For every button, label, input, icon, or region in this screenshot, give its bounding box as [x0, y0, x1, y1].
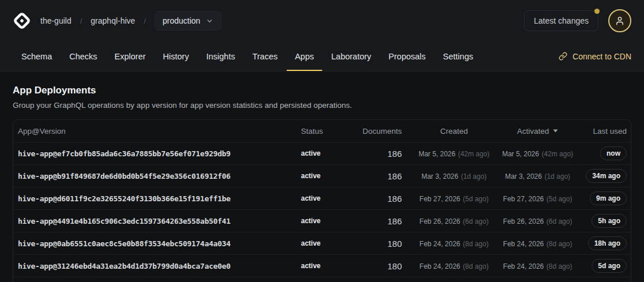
tab-label: Checks — [69, 52, 97, 61]
activated-date: Feb 24, 2026 — [503, 240, 544, 248]
activated-date: Mar 5, 2026 — [502, 150, 539, 158]
documents-cell: 186 — [360, 171, 406, 181]
tab-traces[interactable]: Traces — [244, 42, 286, 71]
target-selector-value: production — [163, 16, 200, 25]
created-cell: Feb 26, 2026 (6d ago) — [406, 216, 502, 226]
activated-relative: (8d ago) — [547, 262, 573, 270]
tab-label: Schema — [21, 52, 52, 61]
table-row[interactable]: hive-app@b91f849687de6d0bd0b54f5e29e356c… — [13, 164, 631, 187]
created-date: Feb 27, 2026 — [420, 195, 461, 203]
status-cell: active — [301, 149, 360, 157]
breadcrumb-separator: / — [80, 17, 82, 25]
activated-relative: (6d ago) — [547, 217, 573, 225]
tab-proposals[interactable]: Proposals — [381, 42, 434, 71]
user-avatar[interactable] — [608, 9, 631, 32]
main-content: App Deployments Group your GraphQL opera… — [0, 72, 644, 282]
user-icon — [615, 16, 625, 26]
column-header-status: Status — [301, 127, 360, 136]
table-row[interactable]: hive-app@31246ebd4a31ea2b4d1d37b799d0a4b… — [13, 254, 631, 277]
app-version-cell: hive-app@0ab6551c0aec8c5e0b88f3534ebc509… — [13, 239, 301, 248]
app-version-cell: hive-app@ef7cb0fb85ada6c36a7885bb7e56ef0… — [13, 149, 301, 158]
created-cell: Mar 5, 2026 (42m ago) — [406, 148, 502, 159]
created-date: Mar 5, 2026 — [419, 150, 455, 158]
breadcrumb: the-guild / graphql-hive / production — [40, 11, 221, 31]
tab-label: Traces — [253, 52, 278, 61]
last-used-badge: 18h ago — [588, 236, 627, 250]
hive-logo-icon[interactable] — [13, 12, 31, 30]
created-date: Mar 3, 2026 — [421, 172, 458, 181]
header-actions: Latest changes — [524, 9, 631, 32]
activated-relative: (42m ago) — [541, 150, 573, 158]
activated-date: Mar 3, 2026 — [505, 172, 542, 181]
table-row[interactable] — [13, 277, 631, 282]
tab-label: Explorer — [115, 52, 146, 61]
tab-label: Laboratory — [332, 52, 371, 61]
documents-cell: 180 — [360, 261, 406, 271]
tab-checks[interactable]: Checks — [61, 42, 105, 71]
activated-cell: Feb 26, 2026 (6d ago) — [502, 216, 574, 226]
tab-label: Settings — [443, 52, 473, 61]
tab-label: Proposals — [389, 52, 425, 61]
created-cell: Feb 27, 2026 (5d ago) — [406, 193, 502, 204]
status-cell: active — [301, 172, 360, 180]
tab-laboratory[interactable]: Laboratory — [323, 42, 379, 71]
app-header: the-guild / graphql-hive / production La… — [0, 0, 644, 72]
column-header-last-used: Last used — [574, 127, 631, 136]
created-relative: (6d ago) — [463, 217, 489, 225]
cdn-link-label: Connect to CDN — [573, 52, 631, 61]
tab-label: History — [163, 52, 189, 61]
activated-relative: (5d ago) — [547, 195, 573, 203]
activated-relative: (1d ago) — [544, 172, 570, 181]
connect-to-cdn-link[interactable]: Connect to CDN — [559, 42, 631, 71]
breadcrumb-project[interactable]: graphql-hive — [91, 16, 135, 25]
created-relative: (8d ago) — [463, 240, 489, 248]
sort-desc-icon — [553, 129, 558, 133]
activated-relative: (8d ago) — [547, 240, 573, 248]
latest-changes-label: Latest changes — [534, 16, 589, 25]
notification-dot-icon — [594, 9, 600, 14]
status-cell: active — [301, 217, 360, 225]
app-version-cell: hive-app@b91f849687de6d0bd0b54f5e29e356c… — [13, 172, 301, 181]
status-cell: active — [301, 194, 360, 202]
table-header-row: App@Version Status Documents Created Act… — [13, 120, 631, 142]
last-used-badge: now — [600, 146, 627, 160]
column-header-documents: Documents — [360, 127, 406, 136]
tab-history[interactable]: History — [155, 42, 197, 71]
app-deployments-table: App@Version Status Documents Created Act… — [13, 119, 631, 282]
tab-insights[interactable]: Insights — [198, 42, 243, 71]
table-row[interactable]: hive-app@4491e4b165c906c3edc1597364263e5… — [13, 209, 631, 232]
last-used-cell: 5d ago — [574, 259, 631, 273]
created-date: Feb 24, 2026 — [420, 240, 461, 248]
activated-cell: Mar 5, 2026 (42m ago) — [502, 148, 574, 159]
breadcrumb-org[interactable]: the-guild — [40, 16, 71, 25]
tab-explorer[interactable]: Explorer — [107, 42, 154, 71]
tab-settings[interactable]: Settings — [435, 42, 481, 71]
activated-date: Feb 26, 2026 — [503, 217, 544, 225]
status-cell: active — [301, 262, 360, 270]
created-date: Feb 24, 2026 — [420, 262, 461, 270]
last-used-badge: 5d ago — [592, 259, 627, 273]
last-used-cell: 34m ago — [574, 169, 631, 183]
table-row[interactable]: hive-app@d6011f9c2e32655240f3130b366e15f… — [13, 187, 631, 209]
documents-cell: 186 — [360, 194, 406, 204]
tab-label: Insights — [206, 52, 235, 61]
latest-changes-button[interactable]: Latest changes — [524, 10, 598, 31]
column-header-created: Created — [406, 127, 502, 136]
target-selector[interactable]: production — [155, 11, 221, 31]
documents-cell: 180 — [360, 239, 406, 249]
status-cell: active — [301, 239, 360, 247]
last-used-badge: 34m ago — [586, 169, 627, 183]
app-version-cell: hive-app@31246ebd4a31ea2b4d1d37b799d0a4b… — [13, 262, 301, 270]
table-row[interactable]: hive-app@0ab6551c0aec8c5e0b88f3534ebc509… — [13, 232, 631, 254]
tab-schema[interactable]: Schema — [13, 42, 60, 71]
created-relative: (5d ago) — [463, 195, 489, 203]
chevron-down-icon — [206, 17, 213, 25]
column-header-activated[interactable]: Activated — [502, 127, 574, 136]
created-cell: Mar 3, 2026 (1d ago) — [406, 171, 502, 181]
column-header-activated-label: Activated — [517, 127, 549, 136]
tab-apps[interactable]: Apps — [287, 42, 322, 71]
table-row[interactable]: hive-app@ef7cb0fb85ada6c36a7885bb7e56ef0… — [13, 142, 631, 164]
created-relative: (8d ago) — [463, 262, 489, 270]
target-nav: Schema Checks Explorer History Insights … — [0, 42, 644, 71]
created-relative: (1d ago) — [461, 172, 487, 181]
